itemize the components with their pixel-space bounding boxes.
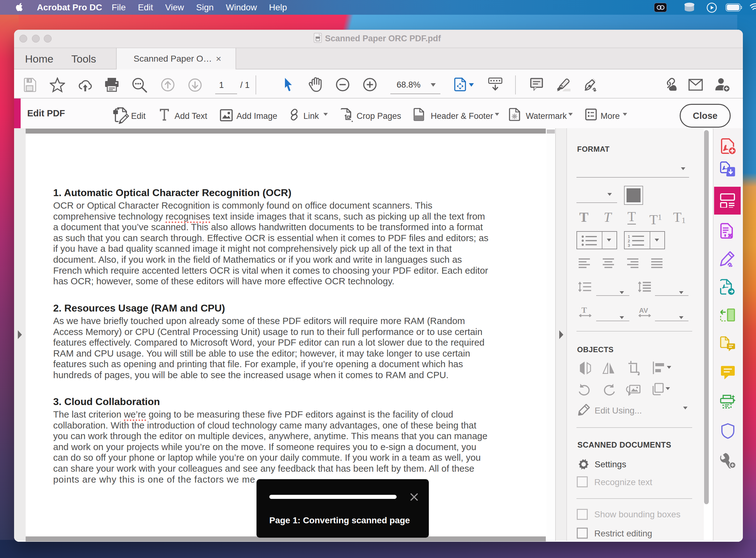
svg-text:1: 1 — [628, 234, 630, 239]
svg-text:2: 2 — [628, 239, 630, 243]
svg-text:3: 3 — [628, 243, 630, 247]
svg-text:AV: AV — [639, 307, 648, 314]
svg-text:T: T — [581, 306, 587, 315]
